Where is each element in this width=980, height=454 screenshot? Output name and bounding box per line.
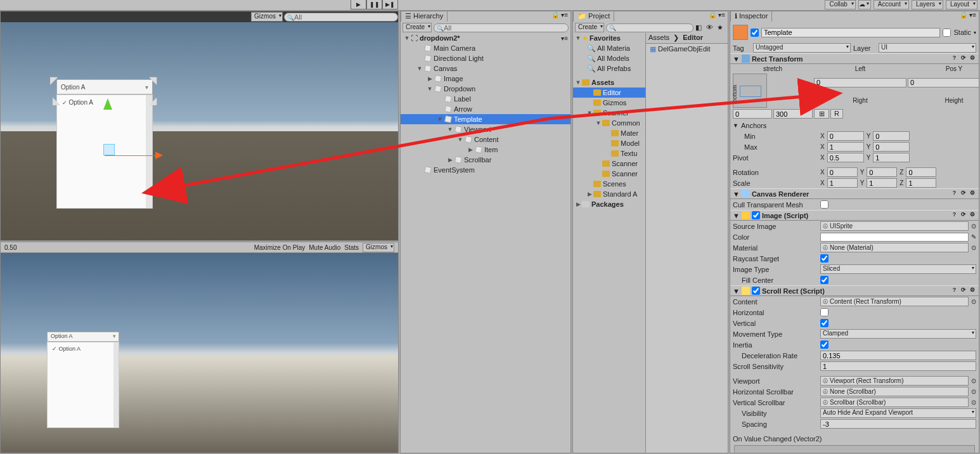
project-icon3[interactable]: ★ [717,23,726,32]
project-folder-tree[interactable]: ▼★Favorites🔍All Materia🔍All Models🔍All P… [573,33,645,209]
project-breadcrumb[interactable]: Assets ❯ Editor [646,33,728,44]
component-menu-icon[interactable]: ⚙ [968,55,976,63]
object-picker-icon[interactable]: ⊙ [971,223,976,230]
project-folder[interactable]: Scanner [573,169,645,179]
project-folder[interactable]: ▼Common [573,118,645,128]
project-icon2[interactable]: 👁 [706,23,715,32]
hierarchy-search[interactable]: 🔍All [434,23,569,32]
scene-view[interactable]: Option A Option A ◤ ◥ ◣ ◢ [1,22,398,240]
account-dropdown[interactable]: Account [874,0,909,10]
tag-dropdown[interactable]: Untagged [753,43,851,53]
project-folder[interactable]: Mater [573,128,645,138]
anchor-min-x[interactable] [827,131,864,141]
object-picker-icon[interactable]: ⊙ [971,399,976,406]
blueprint-button[interactable]: ⊞ [814,109,829,119]
game-gizmos-toggle[interactable]: Gizmos [363,243,394,252]
component-preset-icon[interactable]: ⟳ [959,287,967,295]
anchor-preset-button[interactable] [733,74,767,108]
pause-button[interactable]: ❚❚ [366,0,382,10]
step-button[interactable]: ▶❚ [382,0,398,10]
eyedropper-icon[interactable]: ✎ [971,233,976,240]
project-favorites[interactable]: ▼★Favorites [573,33,645,43]
scale-y[interactable] [867,178,897,188]
vertical-toggle[interactable] [820,319,828,327]
layout-dropdown[interactable]: Layout [946,0,977,10]
hierarchy-item[interactable]: ▼Canvas [401,63,571,74]
inertia-toggle[interactable] [820,340,828,349]
hierarchy-item[interactable]: Arrow [401,104,571,114]
inspector-tab[interactable]: ℹ Inspector [730,11,772,22]
left-field[interactable] [814,78,906,88]
movement-type-dropdown[interactable]: Clamped [820,329,976,339]
project-filter[interactable]: 🔍All Models [573,53,645,63]
hierarchy-tab[interactable]: ☰ Hierarchy [401,11,448,22]
cloud-button[interactable]: ☁ [858,0,871,10]
gameobject-active-toggle[interactable] [751,29,759,37]
component-menu-icon[interactable]: ⚙ [968,211,976,219]
height-field[interactable] [773,109,813,119]
object-picker-icon[interactable]: ⊙ [971,388,976,395]
rotation-z[interactable] [906,167,936,177]
hierarchy-item[interactable]: Directional Light [401,53,571,63]
hierarchy-create-button[interactable]: Create [403,23,432,32]
static-toggle[interactable] [943,29,951,37]
gameobject-name-field[interactable] [761,28,940,37]
scale-x[interactable] [827,178,858,188]
object-picker-icon[interactable]: ⊙ [971,298,976,305]
spacing-field[interactable] [820,419,976,429]
project-search[interactable]: 🔍 [606,23,693,32]
project-folder[interactable]: Textu [573,148,645,159]
cull-toggle[interactable] [820,200,828,209]
project-folder[interactable]: ▶Standard A [573,189,645,199]
vscrollbar-field[interactable]: Scrollbar (Scrollbar) [820,398,969,407]
hierarchy-item[interactable]: ▼Viewport [401,124,571,134]
project-tab[interactable]: 📁 Project [573,11,614,22]
hierarchy-item[interactable]: ▼Template [401,114,571,124]
material-field[interactable]: None (Material) [820,243,969,252]
panel-options-icon[interactable]: 🔒 ▾≡ [709,11,725,18]
component-preset-icon[interactable]: ⟳ [959,190,967,198]
project-packages[interactable]: ▶Packages [573,199,645,209]
project-asset-list[interactable]: Assets ❯ Editor ▦DelGameObjEdit [645,33,728,453]
foldout-icon[interactable]: ▼ [733,287,740,295]
content-field[interactable]: Content (Rect Transform) [820,297,969,306]
anchor-max-x[interactable] [827,142,864,152]
project-assets[interactable]: ▼Assets [573,77,645,88]
project-folder[interactable]: Editor [573,88,645,98]
object-picker-icon[interactable]: ⊙ [971,244,976,251]
hierarchy-item[interactable]: ▶Scrollbar [401,155,571,165]
hscrollbar-field[interactable]: None (Scrollbar) [820,387,969,396]
project-folder[interactable]: Gizmos [573,98,645,108]
panel-options-icon[interactable]: 🔒 ▾≡ [960,11,976,18]
project-icon1[interactable]: ◧ [695,23,704,32]
image-type-dropdown[interactable]: Sliced [820,264,976,274]
pivot-y[interactable] [873,153,910,162]
rect-transform-header[interactable]: ▼ Rect Transform ?⟳⚙ [730,53,979,64]
hierarchy-item[interactable]: ▼Dropdown [401,84,571,94]
source-image-field[interactable]: UISprite [820,221,969,231]
scene-gizmos-toggle[interactable]: Gizmos [251,12,283,22]
canvas-renderer-header[interactable]: ▼ Canvas Renderer ?⟳⚙ [730,188,979,199]
anchor-min-y[interactable] [873,131,910,141]
scene-search[interactable]: 🔍All [284,13,398,22]
raycast-toggle[interactable] [820,254,828,263]
hierarchy-item[interactable]: Main Camera [401,43,571,53]
visibility-dropdown[interactable]: Auto Hide And Expand Viewport [820,408,976,418]
anchor-max-y[interactable] [873,142,910,152]
scroll-sensitivity-field[interactable] [820,361,976,371]
foldout-icon[interactable]: ▼ [733,55,740,63]
project-folder[interactable]: Model [573,138,645,148]
panel-options-icon[interactable]: 🔒 ▾≡ [551,11,568,18]
layer-dropdown[interactable]: UI [879,43,976,53]
layers-dropdown[interactable]: Layers [912,0,943,10]
hierarchy-item[interactable]: ▼Content [401,134,571,145]
project-folder[interactable]: ▼Scanner [573,108,645,118]
object-picker-icon[interactable]: ⊙ [971,377,976,384]
posy-field[interactable] [908,78,979,88]
horizontal-toggle[interactable] [820,308,828,316]
component-help-icon[interactable]: ? [950,190,958,198]
hierarchy-item[interactable]: EventSystem [401,165,571,175]
rotation-x[interactable] [827,167,858,177]
component-menu-icon[interactable]: ⚙ [968,190,976,198]
project-asset-item[interactable]: ▦DelGameObjEdit [646,44,728,54]
